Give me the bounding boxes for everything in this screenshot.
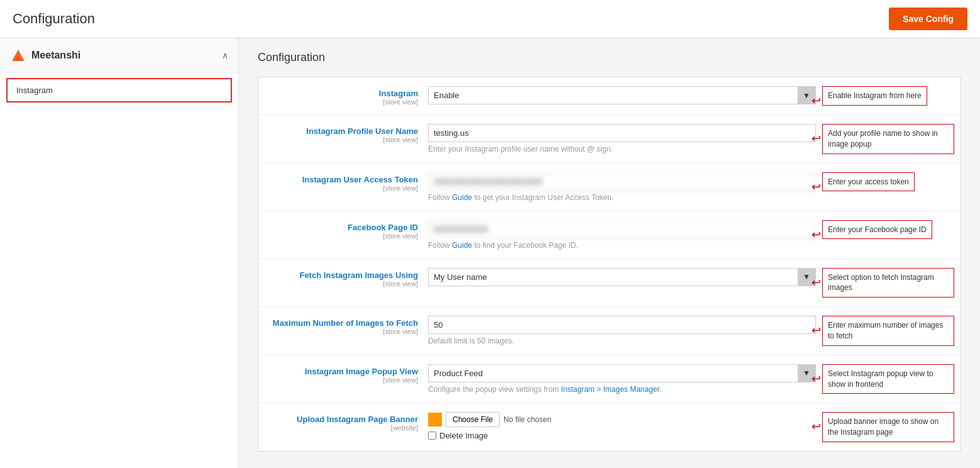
config-row-instagram-enable: Instagram [store view] Enable Disable ▼ … (258, 77, 961, 115)
popup-view-select-wrapper: Product Feed Simple View ▼ (428, 364, 816, 382)
config-row-banner-upload: Upload Instagram Page Banner [website] C… (258, 403, 961, 451)
content-section-title: Configuration (258, 51, 961, 64)
fetch-using-select[interactable]: My User name Facebook Page (428, 268, 816, 286)
delete-image-row: Delete Image (428, 431, 816, 440)
tooltip-text-popup-view: Select Instagram popup view to show in f… (828, 369, 933, 389)
tooltip-text-max-images: Enter maximum number of images to fetch (828, 321, 943, 340)
tooltip-col-banner-upload: ↩ Upload banner image to show on the Ins… (816, 412, 954, 442)
facebook-page-id-input[interactable] (428, 220, 816, 238)
delete-image-label: Delete Image (439, 431, 488, 440)
tooltip-arrow-max-images-icon: ↩ (812, 323, 821, 338)
top-header: Configuration Save Config (0, 0, 980, 38)
tooltip-arrow-access-token-icon: ↩ (812, 179, 821, 195)
sidebar-collapse-icon[interactable]: ∧ (222, 50, 228, 60)
access-token-scope: [store view] (265, 184, 418, 192)
field-label-col-fetch-using: Fetch Instagram Images Using [store view… (265, 268, 428, 287)
access-token-guide-link[interactable]: Guide (452, 193, 472, 202)
tooltip-text-facebook-page-id: Enter your Facebook page ID (828, 225, 927, 234)
config-row-fetch-using: Fetch Instagram Images Using [store view… (258, 259, 961, 308)
field-label-col-facebook-page-id: Facebook Page ID [store view] (265, 220, 428, 240)
field-label-col-instagram-enable: Instagram [store view] (265, 86, 428, 106)
tooltip-text-instagram-enable: Enable Instagram from here (828, 91, 922, 100)
brand-name: Meetanshi (31, 50, 80, 61)
brand-logo-icon (10, 47, 26, 64)
tooltip-arrow-profile-icon: ↩ (812, 131, 821, 147)
popup-view-select[interactable]: Product Feed Simple View (428, 364, 816, 382)
tooltip-col-popup-view: ↩ Select Instagram popup view to show in… (816, 364, 954, 394)
tooltip-box-instagram-enable: ↩ Enable Instagram from here (822, 86, 927, 106)
config-row-max-images: Maximum Number of Images to Fetch [store… (258, 307, 961, 355)
facebook-page-id-note: Follow Guide to find your Facebook Page … (428, 241, 816, 250)
tooltip-box-facebook-page-id: ↩ Enter your Facebook page ID (822, 220, 932, 240)
tooltip-col-facebook-page-id: ↩ Enter your Facebook page ID (816, 220, 954, 240)
sidebar-brand[interactable]: Meetanshi ∧ (0, 38, 238, 73)
tooltip-col-fetch-using: ↩ Select option to fetch Instagram image… (816, 268, 954, 298)
field-input-col-fetch-using: My User name Facebook Page ▼ (428, 268, 816, 286)
delete-image-checkbox[interactable] (428, 432, 436, 440)
field-input-col-access-token: Follow Guide to get your Instagram User … (428, 172, 816, 202)
field-input-col-profile-username: testing.us Enter your Instagram profile … (428, 124, 816, 153)
tooltip-col-max-images: ↩ Enter maximum number of images to fetc… (816, 316, 954, 346)
profile-username-note: Enter your Instagram profile user name w… (428, 145, 816, 153)
sidebar: Meetanshi ∧ Instagram (0, 38, 239, 468)
max-images-label: Maximum Number of Images to Fetch (265, 318, 418, 328)
tooltip-arrow-banner-upload-icon: ↩ (812, 419, 821, 435)
profile-username-input[interactable]: testing.us (428, 124, 816, 142)
fetch-using-scope: [store view] (265, 280, 418, 287)
tooltip-arrow-facebook-page-id-icon: ↩ (812, 227, 821, 243)
field-label-col-access-token: Instagram User Access Token [store view] (265, 172, 428, 192)
field-label-col-profile-username: Instagram Profile User Name [store view] (265, 124, 428, 143)
popup-view-label: Instagram Image Popup View (265, 367, 418, 376)
instagram-enable-scope: [store view] (265, 98, 418, 106)
profile-username-scope: [store view] (265, 136, 418, 143)
sidebar-item-instagram[interactable]: Instagram (6, 78, 232, 103)
config-row-facebook-page-id: Facebook Page ID [store view] Follow Gui… (258, 211, 961, 259)
fetch-using-label: Fetch Instagram Images Using (265, 270, 418, 280)
access-token-note: Follow Guide to get your Instagram User … (428, 193, 816, 202)
tooltip-text-profile-username: Add your profile name to show in image p… (828, 129, 938, 148)
choose-file-button[interactable]: Choose File (446, 412, 500, 427)
page-title: Configuration (13, 11, 95, 27)
tooltip-text-access-token: Enter your access token (828, 177, 909, 186)
fetch-using-select-wrapper: My User name Facebook Page ▼ (428, 268, 816, 286)
field-input-col-popup-view: Product Feed Simple View ▼ Configure the… (428, 364, 816, 394)
content-area: Configuration Instagram [store view] Ena… (239, 38, 980, 468)
no-file-text: No file chosen (504, 415, 551, 424)
max-images-input[interactable]: 50 (428, 316, 816, 334)
profile-username-label: Instagram Profile User Name (265, 126, 418, 136)
tooltip-box-banner-upload: ↩ Upload banner image to show on the Ins… (822, 412, 954, 442)
banner-upload-label: Upload Instagram Page Banner (265, 415, 418, 424)
facebook-page-id-label: Facebook Page ID (265, 223, 418, 232)
file-icon (428, 413, 442, 426)
tooltip-text-fetch-using: Select option to fetch Instagram images (828, 273, 934, 292)
tooltip-text-banner-upload: Upload banner image to show on the Insta… (828, 417, 939, 437)
config-table: Instagram [store view] Enable Disable ▼ … (258, 77, 961, 452)
field-label-col-popup-view: Instagram Image Popup View [store view] (265, 364, 428, 384)
facebook-page-id-scope: [store view] (265, 232, 418, 240)
main-layout: Meetanshi ∧ Instagram Configuration Inst… (0, 38, 980, 468)
images-manager-link[interactable]: Instagram > Images Manager (561, 385, 659, 394)
tooltip-box-fetch-using: ↩ Select option to fetch Instagram image… (822, 268, 954, 298)
config-row-access-token: Instagram User Access Token [store view]… (258, 164, 961, 211)
tooltip-box-access-token: ↩ Enter your access token (822, 172, 915, 192)
save-config-button[interactable]: Save Config (889, 8, 967, 30)
field-input-col-max-images: 50 Default limit is 50 images. (428, 316, 816, 345)
tooltip-arrow-popup-view-icon: ↩ (812, 371, 821, 387)
tooltip-box-max-images: ↩ Enter maximum number of images to fetc… (822, 316, 954, 346)
field-label-col-max-images: Maximum Number of Images to Fetch [store… (265, 316, 428, 335)
field-input-col-instagram-enable: Enable Disable ▼ (428, 86, 816, 104)
config-row-popup-view: Instagram Image Popup View [store view] … (258, 355, 961, 404)
tooltip-arrow-icon: ↩ (812, 93, 821, 109)
file-upload-row: Choose File No file chosen (428, 412, 816, 427)
facebook-guide-link[interactable]: Guide (452, 241, 472, 250)
instagram-enable-select[interactable]: Enable Disable (428, 86, 816, 104)
field-input-col-facebook-page-id: Follow Guide to find your Facebook Page … (428, 220, 816, 250)
tooltip-col-profile-username: ↩ Add your profile name to show in image… (816, 124, 954, 154)
tooltip-box-profile-username: ↩ Add your profile name to show in image… (822, 124, 954, 154)
instagram-enable-select-wrapper: Enable Disable ▼ (428, 86, 816, 104)
tooltip-col-instagram-enable: ↩ Enable Instagram from here (816, 86, 954, 106)
banner-upload-scope: [website] (265, 424, 418, 432)
access-token-input[interactable] (428, 172, 816, 191)
field-input-col-banner-upload: Choose File No file chosen Delete Image (428, 412, 816, 440)
field-label-col-banner-upload: Upload Instagram Page Banner [website] (265, 412, 428, 432)
